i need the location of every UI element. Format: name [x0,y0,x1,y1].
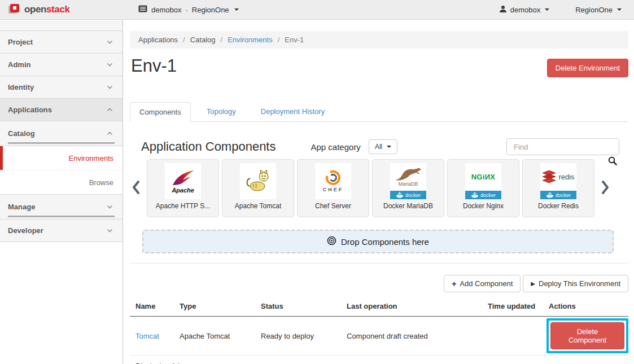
docker-banner-text: docker [480,192,496,198]
sidebar-item-admin[interactable]: Admin [0,54,123,76]
tab-components[interactable]: Components [130,102,191,122]
sidebar-item-label: Catalog [8,129,35,138]
component-card-label: Chef Server [315,202,351,210]
sidebar-item-developer[interactable]: Developer [0,220,123,242]
list-icon [138,5,147,14]
carousel-left-chevron[interactable] [130,180,142,197]
component-card-apache-tomcat[interactable]: Apache Tomcat [222,159,294,217]
component-card-docker-nginx[interactable]: NGiИX docker Docker Nginx [447,159,519,217]
section-divider [130,263,628,264]
docker-banner: docker [540,191,576,199]
chevron-down-icon [545,8,549,11]
delete-environment-button[interactable]: Delete Environment [547,59,628,77]
sidebar-item-label: Environments [69,154,113,163]
components-carousel: Apache Apache HTTP S... [130,159,628,217]
sidebar: Project Admin Identity Applications Cata… [0,20,123,364]
chevron-up-icon [107,108,113,112]
user-icon [499,5,507,15]
add-component-button[interactable]: + Add Component [444,275,521,292]
delete-component-button[interactable]: Delete Component [550,322,624,349]
add-component-label: Add Component [460,279,513,288]
carousel-right-chevron[interactable] [599,180,611,197]
column-header-status: Status [255,297,341,317]
chevron-up-icon [107,131,113,135]
tab-deployment-history[interactable]: Deployment History [252,102,334,121]
sidebar-item-label: Identity [8,83,34,91]
chevron-down-icon [107,40,113,44]
tab-bar: Components Topology Deployment History [130,102,628,122]
apache-logo-text: Apache [172,187,194,194]
region-menu[interactable]: RegionOne [575,6,622,14]
chevron-down-icon [617,8,622,11]
component-card-docker-redis[interactable]: redis docker Docker Redis [522,159,594,217]
context-switcher[interactable]: demobox · RegionOne [138,5,239,14]
docker-whale-icon [471,192,479,198]
chef-logo-text: CHEF [323,187,344,192]
play-icon: ▶ [531,281,535,287]
app-category-dropdown[interactable]: All [369,139,397,154]
component-card-label: Docker Nginx [463,202,504,210]
sidebar-item-identity[interactable]: Identity [0,76,123,99]
breadcrumb: Applications / Catalog / Environments / … [130,31,628,49]
component-card-docker-mariadb[interactable]: MariaDB docker Docker MariaDB [372,159,444,217]
table-footer-count: Displaying 1 item [130,356,628,364]
deploy-environment-label: Deploy This Environment [539,279,620,288]
top-header: openstack demobox · RegionOne demobox Re… [0,0,634,20]
dropzone-label: Drop Components here [341,237,429,247]
sidebar-item-label: Developer [8,226,43,235]
component-status-cell: Ready to deploy [255,317,341,356]
header-right: demobox RegionOne [499,5,634,15]
chevron-down-icon [107,85,113,89]
chevron-down-icon [107,205,113,209]
tab-topology[interactable]: Topology [198,102,245,121]
sidebar-item-applications[interactable]: Applications [0,99,123,121]
apache-http-logo: Apache [165,163,201,199]
column-header-type: Type [174,297,255,317]
sidebar-item-catalog[interactable]: Catalog [0,121,123,146]
chevron-down-icon [107,229,113,233]
docker-whale-icon [396,192,404,198]
column-header-name: Name [130,297,174,317]
sidebar-item-manage[interactable]: Manage [0,195,123,220]
highlight-outline: Delete Component [546,318,628,353]
app-category-label: App category [311,142,360,152]
components-table: Name Type Status Last operation Time upd… [130,297,628,356]
docker-banner: docker [465,191,501,199]
sidebar-item-label: Manage [8,203,35,211]
sidebar-top-strip [0,20,123,31]
find-input[interactable] [506,138,619,155]
search-icon[interactable] [608,156,617,168]
sidebar-item-browse[interactable]: Browse [0,170,123,195]
breadcrumb-environments-link[interactable]: Environments [228,36,272,44]
component-last-operation-cell: Component draft created [341,317,482,356]
tomcat-logo [240,163,276,199]
sidebar-item-label: Browse [89,178,113,187]
deploy-environment-button[interactable]: ▶ Deploy This Environment [523,275,628,292]
region-name: RegionOne [575,6,613,14]
openstack-wordmark: openstack [24,4,70,15]
component-type-cell: Apache Tomcat [174,317,255,356]
nginx-logo: NGiИX docker [465,163,501,199]
sidebar-item-label: Admin [8,60,30,69]
docker-whale-icon [546,192,554,198]
component-card-apache-http[interactable]: Apache Apache HTTP S... [147,159,219,217]
column-header-time-updated: Time updated [482,297,543,317]
breadcrumb-current: Env-1 [285,36,304,44]
breadcrumb-separator: / [183,36,185,44]
breadcrumb-applications: Applications [138,36,178,44]
sidebar-item-environments[interactable]: Environments [0,146,123,170]
openstack-cube-icon [8,3,21,17]
docker-banner: docker [390,191,426,199]
sidebar-item-project[interactable]: Project [0,31,123,54]
breadcrumb-separator: / [278,36,280,44]
nginx-logo-text: NGiИX [471,173,496,181]
user-menu[interactable]: demobox [499,5,549,15]
application-components-heading: Application Components [141,139,276,154]
chevron-down-icon [387,146,391,148]
context-separator: · [185,6,187,14]
component-card-chef-server[interactable]: CHEF Chef Server [297,159,369,217]
drop-components-zone[interactable]: Drop Components here [142,230,614,253]
column-header-last-operation: Last operation [341,297,482,317]
component-name-link[interactable]: Tomcat [135,332,159,340]
user-name: demobox [510,6,540,14]
